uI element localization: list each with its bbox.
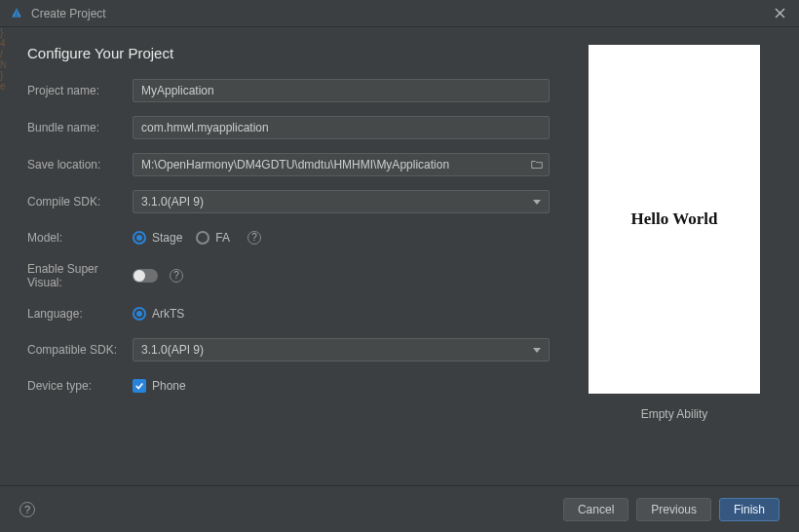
save-location-input[interactable] — [133, 153, 550, 176]
close-button[interactable] — [770, 4, 789, 23]
preview-caption: Empty Ability — [641, 407, 708, 421]
page-heading: Configure Your Project — [27, 45, 550, 61]
language-arkts-label: ArkTS — [152, 307, 184, 321]
model-label: Model: — [27, 231, 133, 245]
compile-sdk-select[interactable]: 3.1.0(API 9) — [133, 190, 550, 213]
compile-sdk-label: Compile SDK: — [27, 195, 133, 209]
model-fa-label: FA — [215, 231, 230, 245]
model-help-icon[interactable]: ? — [247, 231, 261, 245]
compile-sdk-value: 3.1.0(API 9) — [141, 195, 204, 209]
super-visual-help-icon[interactable]: ? — [170, 269, 183, 283]
super-visual-toggle[interactable] — [133, 269, 158, 283]
radio-dot-icon — [133, 307, 146, 321]
footer: ? Cancel Previous Finish — [0, 485, 799, 532]
device-preview: Hello World — [589, 45, 760, 394]
model-radio-stage[interactable]: Stage — [133, 231, 182, 245]
language-radio-arkts[interactable]: ArkTS — [133, 307, 184, 321]
device-type-label: Device type: — [27, 379, 133, 393]
compatible-sdk-label: Compatible SDK: — [27, 343, 133, 357]
finish-button[interactable]: Finish — [719, 498, 780, 521]
language-label: Language: — [27, 307, 133, 321]
device-phone-checkbox[interactable] — [133, 379, 146, 393]
radio-dot-icon — [133, 231, 146, 245]
super-visual-label: Enable Super Visual: — [27, 262, 133, 289]
model-radio-fa[interactable]: FA — [196, 231, 230, 245]
browse-folder-button[interactable] — [528, 156, 546, 173]
project-name-input[interactable] — [133, 79, 550, 102]
preview-panel: Hello World Empty Ability — [577, 45, 772, 475]
model-stage-label: Stage — [152, 231, 182, 245]
footer-help-button[interactable]: ? — [19, 502, 35, 517]
save-location-label: Save location: — [27, 158, 133, 171]
bundle-name-label: Bundle name: — [27, 121, 133, 134]
project-name-label: Project name: — [27, 84, 133, 97]
app-logo-icon — [10, 7, 23, 20]
device-phone-label: Phone — [152, 379, 186, 393]
form-panel: Configure Your Project Project name: Bun… — [27, 45, 550, 475]
compatible-sdk-select[interactable]: 3.1.0(API 9) — [133, 338, 550, 361]
chevron-down-icon — [533, 200, 541, 205]
titlebar: Create Project — [0, 0, 799, 27]
compatible-sdk-value: 3.1.0(API 9) — [141, 343, 204, 357]
chevron-down-icon — [533, 348, 541, 353]
cancel-button[interactable]: Cancel — [563, 498, 628, 521]
bundle-name-input[interactable] — [133, 116, 550, 139]
previous-button[interactable]: Previous — [636, 498, 711, 521]
window-title: Create Project — [31, 7, 770, 20]
radio-dot-icon — [196, 231, 209, 245]
preview-text: Hello World — [631, 209, 718, 229]
